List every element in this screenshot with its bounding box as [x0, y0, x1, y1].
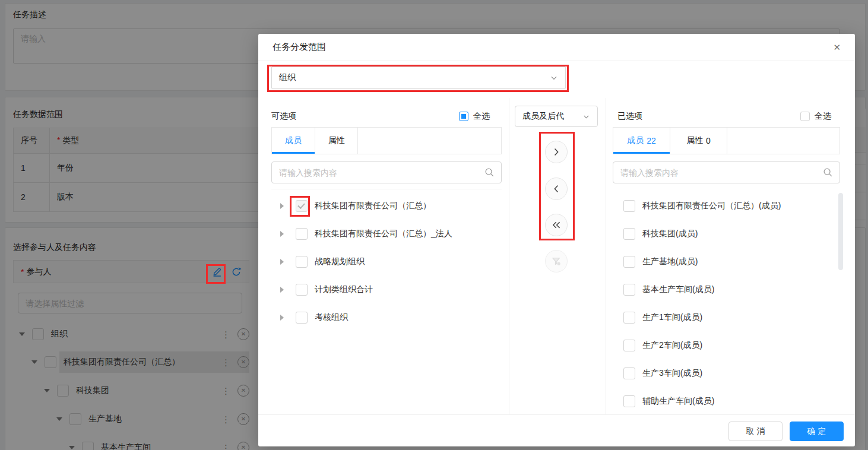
available-panel-label: 可选项 [271, 111, 296, 122]
selected-list-row[interactable]: 科技集团有限责任公司（汇总）(成员) [623, 197, 831, 215]
selected-select-all-label: 全选 [815, 111, 831, 122]
item-checkbox[interactable] [296, 228, 308, 240]
selected-tabs: 成员 22 属性 0 [613, 127, 840, 154]
tab-selected-attributes[interactable]: 属性 0 [670, 128, 727, 154]
chevron-down-icon [582, 113, 590, 121]
available-tree-row[interactable]: 考核组织 [280, 309, 502, 327]
item-checkbox[interactable] [623, 395, 635, 407]
dimension-select[interactable]: 组织 [271, 66, 566, 89]
filter-button [545, 250, 568, 272]
item-checkbox[interactable] [623, 340, 635, 351]
available-tree-row[interactable]: 计划类组织合计 [280, 281, 502, 299]
item-checkbox[interactable] [296, 284, 308, 296]
item-checkbox[interactable] [296, 200, 308, 212]
caret-right-icon[interactable] [280, 315, 284, 321]
move-left-button[interactable] [545, 178, 568, 200]
selected-list-row[interactable]: 科技集团(成员) [623, 225, 831, 243]
screen: 任务描述 任务数据范围 序号 *类型 1 年份 2 版本 [0, 0, 868, 450]
modal-title: 任务分发范围 [273, 42, 326, 53]
available-tree-row[interactable]: 科技集团有限责任公司（汇总） [280, 197, 502, 215]
caret-right-icon[interactable] [280, 231, 284, 237]
selected-search-input[interactable] [613, 161, 840, 183]
selected-panel: 已选项 全选 成员 22 属性 0 [613, 34, 840, 414]
caret-right-icon[interactable] [280, 259, 284, 265]
cancel-button[interactable]: 取 消 [728, 422, 783, 441]
chevron-down-icon [550, 74, 558, 82]
selected-list-row[interactable]: 基本生产车间(成员) [623, 281, 831, 299]
available-select-all-checkbox[interactable] [459, 112, 468, 121]
selected-members-count: 22 [647, 136, 656, 145]
item-checkbox[interactable] [623, 256, 635, 268]
tab-selected-members[interactable]: 成员 22 [613, 128, 670, 154]
move-right-button[interactable] [545, 141, 568, 163]
selected-list-row[interactable]: 生产2车间(成员) [623, 337, 831, 354]
item-checkbox[interactable] [623, 228, 635, 240]
chevron-left-icon [552, 184, 561, 194]
available-search [271, 161, 502, 183]
move-all-left-button[interactable] [545, 214, 568, 236]
chevron-right-icon [552, 147, 561, 157]
item-checkbox[interactable] [296, 256, 308, 268]
selected-list-row[interactable]: 生产3车间(成员) [623, 365, 831, 382]
transfer-mode-value: 成员及后代 [522, 111, 582, 122]
caret-right-icon[interactable] [280, 203, 284, 209]
item-checkbox[interactable] [296, 312, 308, 324]
available-tree-row[interactable]: 战略规划组织 [280, 253, 502, 271]
item-checkbox[interactable] [623, 284, 635, 296]
double-chevron-left-icon [551, 220, 562, 230]
task-distribution-modal: 任务分发范围 ✕ 组织 可选项 全选 成员 属性 [258, 34, 855, 446]
available-tree-row[interactable]: 科技集团有限责任公司（汇总）_法人 [280, 225, 502, 243]
tab-available-attributes[interactable]: 属性 [315, 128, 358, 154]
dimension-select-value: 组织 [279, 72, 550, 83]
transfer-mode-select[interactable]: 成员及后代 [515, 106, 598, 127]
caret-right-icon[interactable] [280, 287, 284, 293]
search-icon [484, 167, 495, 178]
scrollbar[interactable] [838, 193, 843, 270]
selected-list-row[interactable]: 生产基地(成员) [623, 253, 831, 271]
selected-list-row[interactable]: 生产1车间(成员) [623, 309, 831, 327]
item-checkbox[interactable] [623, 367, 635, 379]
item-checkbox[interactable] [623, 200, 635, 212]
selected-select-all-checkbox[interactable] [800, 112, 810, 121]
available-select-all-label: 全选 [473, 111, 490, 122]
item-checkbox[interactable] [623, 312, 635, 324]
selected-search [613, 161, 840, 183]
confirm-button[interactable]: 确 定 [790, 422, 844, 441]
selected-panel-label: 已选项 [617, 111, 642, 122]
available-search-input[interactable] [271, 161, 502, 183]
available-tabs: 成员 属性 [271, 127, 502, 154]
selected-list-row[interactable]: 辅助生产车间(成员) [623, 392, 831, 410]
tab-available-members[interactable]: 成员 [272, 128, 315, 154]
selected-attributes-count: 0 [706, 136, 711, 145]
search-icon [823, 167, 833, 178]
filter-icon [551, 256, 562, 267]
